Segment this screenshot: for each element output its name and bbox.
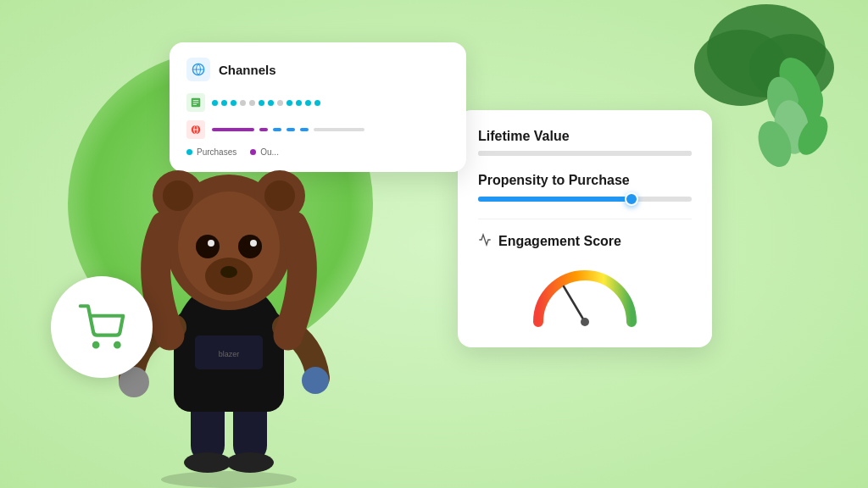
- lifetime-value-title: Lifetime Value: [478, 129, 692, 144]
- engagement-title: Engagement Score: [498, 234, 621, 249]
- propensity-section: Propensity to Purchase: [478, 173, 692, 202]
- svg-point-14: [94, 342, 98, 347]
- engagement-header: Engagement Score: [478, 233, 692, 249]
- propensity-slider-fill: [478, 197, 632, 202]
- svg-point-31: [264, 180, 295, 211]
- engagement-section: Engagement Score: [478, 219, 692, 329]
- svg-point-29: [163, 180, 193, 211]
- svg-line-12: [564, 286, 585, 322]
- svg-point-15: [115, 342, 120, 347]
- trend-icon: [478, 233, 492, 249]
- svg-point-37: [250, 240, 257, 247]
- propensity-slider-track[interactable]: [478, 197, 692, 202]
- svg-point-26: [302, 367, 329, 394]
- astro-character: blazer: [110, 98, 348, 488]
- cart-icon: [76, 304, 127, 351]
- svg-point-19: [184, 452, 231, 473]
- gauge-container: [478, 261, 692, 329]
- cart-circle: [51, 276, 153, 378]
- svg-point-38: [220, 266, 237, 278]
- propensity-title: Propensity to Purchase: [478, 173, 692, 188]
- character-svg: blazer: [110, 98, 348, 488]
- svg-point-35: [238, 235, 262, 258]
- propensity-slider-thumb[interactable]: [625, 192, 638, 206]
- svg-text:blazer: blazer: [219, 350, 240, 358]
- svg-point-16: [161, 471, 297, 488]
- lifetime-value-section: Lifetime Value: [478, 129, 692, 156]
- channels-card-icon: [186, 58, 210, 81]
- svg-point-36: [208, 240, 214, 247]
- channels-header: Channels: [186, 58, 449, 81]
- gauge-svg: [526, 261, 644, 329]
- svg-point-13: [581, 318, 589, 326]
- metrics-card: Lifetime Value Propensity to Purchase E: [458, 110, 712, 347]
- lifetime-value-fill: [478, 151, 692, 156]
- lifetime-value-bar: [478, 151, 692, 156]
- svg-point-20: [226, 452, 274, 473]
- svg-point-34: [196, 235, 220, 258]
- channels-title: Channels: [219, 63, 276, 77]
